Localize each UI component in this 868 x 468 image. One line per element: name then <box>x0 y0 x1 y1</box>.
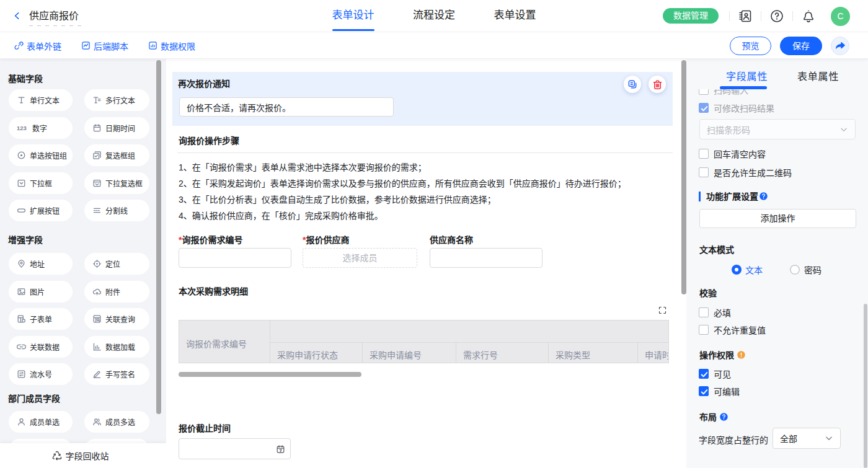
svg-text:123: 123 <box>17 125 27 131</box>
